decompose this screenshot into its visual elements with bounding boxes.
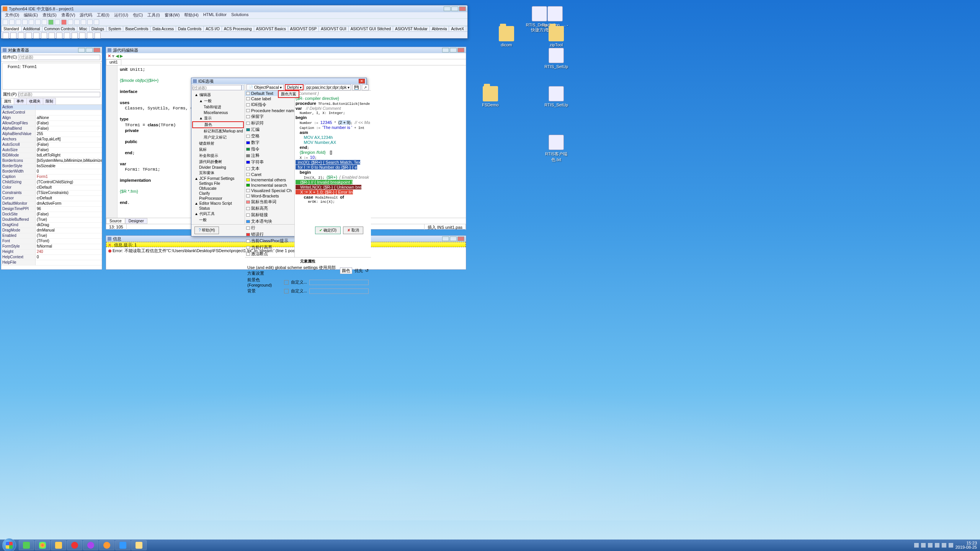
priority-label[interactable]: 优先 xyxy=(354,268,363,274)
maximize-button[interactable] xyxy=(86,48,93,52)
palette-tab[interactable]: Data Controls xyxy=(176,26,204,32)
inspector-tabs[interactable]: 属性事件收藏夹限制 xyxy=(1,98,102,105)
taskbar-app[interactable] xyxy=(67,540,82,550)
lang-button[interactable]: 📄 ObjectPascal ▾ xyxy=(247,84,284,90)
property-value[interactable]: clDefault xyxy=(36,185,102,190)
desktop-icon[interactable]: RTIS_SetUp xyxy=(542,48,571,69)
color-element-item[interactable]: Incremental others xyxy=(245,177,294,183)
property-value[interactable] xyxy=(36,110,102,115)
options-titlebar[interactable]: IDE选项 ✕ xyxy=(191,78,366,84)
inspector-tab[interactable]: 属性 xyxy=(1,98,14,104)
property-value[interactable]: [akTop,akLeft] xyxy=(36,137,102,142)
color-element-item[interactable]: 注释 xyxy=(245,152,294,159)
palette-tab[interactable]: ASIO/VST Basics xyxy=(254,26,288,32)
property-row[interactable]: BorderWidth0 xyxy=(1,169,102,174)
property-row[interactable]: DragKinddkDrag xyxy=(1,223,102,228)
inspector-tab[interactable]: 限制 xyxy=(43,98,56,104)
file-ext-combo[interactable]: pp;pas;inc;lpr;dpr;dpk ▾ xyxy=(305,84,351,90)
file-tab-unit1[interactable]: unit1 xyxy=(106,59,121,65)
palette-tab[interactable]: ASIO/VST GUI xyxy=(318,26,349,32)
property-row[interactable]: AlphaBlend(False) xyxy=(1,126,102,132)
color-element-item[interactable]: 标识符 xyxy=(245,120,294,126)
menu-item[interactable]: 窗体(W) xyxy=(162,12,182,18)
palette-tab[interactable]: BaseControls xyxy=(123,26,150,32)
property-row[interactable]: AlphaBlendValue255 xyxy=(1,132,102,137)
tool-save-icon[interactable] xyxy=(16,20,21,25)
property-value[interactable]: (True) xyxy=(36,217,102,222)
property-value[interactable]: bdLeftToRight xyxy=(36,153,102,158)
cancel-button[interactable]: 取消 xyxy=(343,227,363,234)
next-tab-icon[interactable]: ▶ xyxy=(120,54,123,59)
palette-component-icon[interactable] xyxy=(26,33,32,39)
property-value[interactable]: (False) xyxy=(36,142,102,147)
color-element-item[interactable]: 当前行高亮 xyxy=(245,244,294,251)
menu-item[interactable]: 帮助(H) xyxy=(182,12,201,18)
property-row[interactable]: Action xyxy=(1,105,102,110)
options-tree-node[interactable]: 键盘映射 xyxy=(192,140,244,147)
palette-cursor-icon[interactable] xyxy=(3,33,9,39)
color-element-item[interactable]: 数字 xyxy=(245,139,294,146)
desktop-icon[interactable]: dicom xyxy=(492,26,521,47)
options-tree-node[interactable]: 一般 xyxy=(192,217,244,223)
color-element-item[interactable]: 字符串 xyxy=(245,159,294,165)
palette-component-icon[interactable] xyxy=(64,33,70,39)
palette-component-icon[interactable] xyxy=(79,33,85,39)
tool-stepout-icon[interactable] xyxy=(81,20,86,25)
start-button[interactable] xyxy=(2,538,16,551)
property-value[interactable]: Form1 xyxy=(36,174,102,179)
property-row[interactable]: BiDiModebdLeftToRight xyxy=(1,153,102,158)
palette-component-icon[interactable] xyxy=(49,33,55,39)
property-row[interactable]: Enabled(True) xyxy=(1,233,102,239)
menu-item[interactable]: 编辑(E) xyxy=(21,12,40,18)
desktop-icon[interactable]: RTIS_SetUp xyxy=(542,86,571,107)
palette-tab[interactable]: Data Access xyxy=(150,26,176,32)
property-row[interactable]: HelpFile xyxy=(1,260,102,266)
color-element-item[interactable]: 行 xyxy=(245,225,294,231)
palette-tab[interactable]: ASIO/VST GUI Stitched xyxy=(348,26,393,32)
options-tree-node[interactable]: Clarify xyxy=(192,191,244,196)
close-button[interactable] xyxy=(93,48,100,52)
options-tree-node[interactable]: ▲ 代码工具 xyxy=(192,211,244,217)
options-tree-node[interactable]: Status xyxy=(192,206,244,211)
desktop-icon[interactable]: RTIS客户端色.txt xyxy=(542,135,571,163)
property-row[interactable]: AlignalNone xyxy=(1,116,102,121)
menu-item[interactable]: 查找(S) xyxy=(40,12,59,18)
file-tabs[interactable]: unit1 xyxy=(106,59,466,65)
property-row[interactable]: CaptionForm1 xyxy=(1,174,102,180)
tray-icon[interactable] xyxy=(921,543,926,548)
desktop-icon[interactable]: zipTool xyxy=(542,26,571,47)
menu-item[interactable]: 工程(I) xyxy=(95,12,111,18)
palette-tab[interactable]: AggPars xyxy=(466,26,467,32)
object-inspector-titlebar[interactable]: 对象查看器 xyxy=(1,47,102,53)
options-tree-node[interactable]: Miscellaneous xyxy=(192,110,244,115)
property-row[interactable]: Height240 xyxy=(1,249,102,255)
tool-stepinto-icon[interactable] xyxy=(74,20,80,25)
property-value[interactable]: (TControlChildSizing) xyxy=(36,180,102,185)
tray-network-icon[interactable] xyxy=(935,543,939,548)
tool-forms-icon[interactable] xyxy=(35,20,41,25)
component-tree[interactable]: Form1: TForm1 xyxy=(2,63,101,90)
color-element-item[interactable]: 当前Class/Proc提示 xyxy=(245,238,294,244)
property-value[interactable]: (TFont) xyxy=(36,239,102,244)
tool-stop-icon[interactable] xyxy=(61,20,67,25)
property-grid[interactable]: ActionActiveControlAlignalNoneAllowDropF… xyxy=(1,105,102,266)
property-value[interactable]: 240 xyxy=(36,249,102,254)
property-row[interactable]: AutoScroll(False) xyxy=(1,142,102,148)
property-row[interactable]: AutoSize(False) xyxy=(1,148,102,153)
options-tree-node[interactable]: ▲ Editor Macro Script xyxy=(192,201,244,206)
color-element-item[interactable]: 保留字 xyxy=(245,113,294,120)
tool-stepover-icon[interactable] xyxy=(68,20,73,25)
property-row[interactable]: ColorclDefault xyxy=(1,185,102,191)
component-palette-tabs[interactable]: StandardAdditionalCommon ControlsMiscDia… xyxy=(1,25,467,32)
reset-icon[interactable]: ↺ xyxy=(365,268,369,273)
palette-component-icon[interactable] xyxy=(56,33,62,39)
property-row[interactable]: Font(TFont) xyxy=(1,239,102,244)
property-row[interactable]: BorderIcons[biSystemMenu,biMinimize,biMa… xyxy=(1,158,102,164)
close-all-icon[interactable]: ▾ xyxy=(112,54,114,59)
close-button[interactable] xyxy=(457,236,464,241)
color-element-item[interactable]: Procedure header name xyxy=(245,108,294,113)
close-button[interactable] xyxy=(459,7,466,11)
system-tray[interactable]: 15:23 2019-08-25 xyxy=(911,541,980,549)
taskbar-app[interactable] xyxy=(19,540,34,550)
options-tree-node[interactable]: ▲ 显示 xyxy=(192,115,244,121)
